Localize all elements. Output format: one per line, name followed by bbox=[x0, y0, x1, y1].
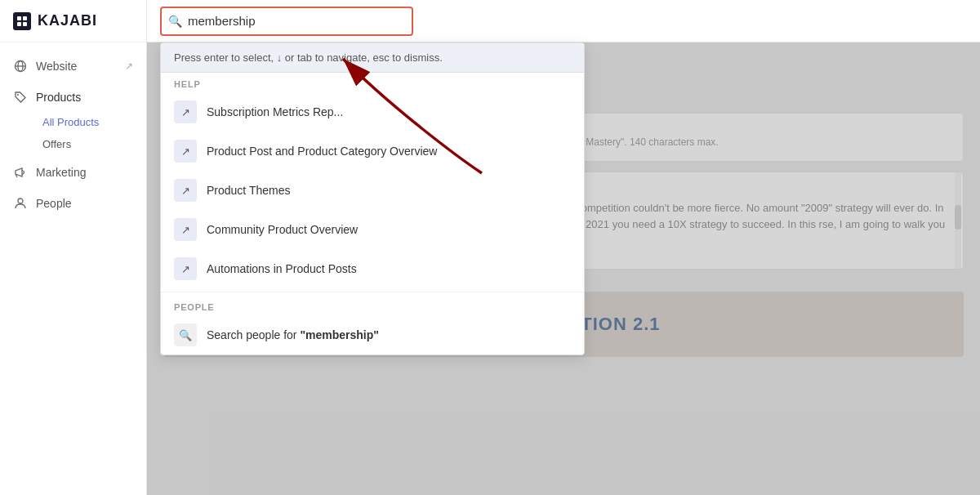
main-area: 🔍 Press enter to select, ↓ or tab to nav… bbox=[147, 0, 980, 495]
sidebar-item-website-label: Website bbox=[36, 60, 77, 73]
sidebar-item-marketing[interactable]: Marketing bbox=[0, 158, 146, 186]
sidebar-section-marketing: Marketing bbox=[0, 158, 146, 186]
dropdown-item-community-label: Community Product Overview bbox=[207, 223, 358, 236]
logo-text: KAJABI bbox=[38, 12, 97, 29]
search-people-prefix: Search people for bbox=[207, 328, 300, 341]
dropdown-divider bbox=[161, 292, 584, 292]
sidebar-nav: Website ↗ Products All Products Offers bbox=[0, 42, 146, 230]
sidebar-item-website[interactable]: Website ↗ bbox=[0, 52, 146, 80]
sidebar-item-products-label: Products bbox=[36, 91, 81, 104]
external-link-icon-2: ↗ bbox=[174, 140, 197, 163]
top-bar: 🔍 bbox=[147, 0, 980, 42]
globe-icon bbox=[13, 59, 28, 74]
search-input[interactable] bbox=[160, 7, 413, 36]
dropdown-item-themes-label: Product Themes bbox=[207, 184, 290, 197]
sidebar-section-people: People bbox=[0, 190, 146, 217]
search-people-icon: 🔍 bbox=[174, 323, 197, 346]
svg-rect-0 bbox=[17, 16, 21, 20]
sidebar-section-products: Products All Products Offers bbox=[0, 83, 146, 155]
svg-point-9 bbox=[18, 198, 23, 203]
external-link-icon-4: ↗ bbox=[174, 218, 197, 241]
dropdown-people-label: PEOPLE bbox=[161, 296, 584, 315]
sidebar-item-products[interactable]: Products bbox=[0, 83, 146, 111]
dropdown-people-search-text: Search people for "membership" bbox=[207, 328, 379, 341]
external-link-icon-1: ↗ bbox=[174, 100, 197, 123]
logo-icon bbox=[13, 12, 31, 30]
dropdown-item-community[interactable]: ↗ Community Product Overview bbox=[161, 210, 584, 249]
sidebar-item-marketing-label: Marketing bbox=[36, 166, 86, 179]
external-link-icon-3: ↗ bbox=[174, 179, 197, 202]
svg-rect-3 bbox=[23, 22, 27, 26]
dropdown-item-post-category-label: Product Post and Product Category Overvi… bbox=[207, 145, 437, 158]
dropdown-item-themes[interactable]: ↗ Product Themes bbox=[161, 171, 584, 210]
svg-point-7 bbox=[17, 94, 19, 96]
sidebar-sub-item-offers[interactable]: Offers bbox=[36, 133, 146, 155]
sidebar-sub-items: All Products Offers bbox=[0, 111, 146, 155]
dropdown-item-sub-metrics[interactable]: ↗ Subscription Metrics Rep... bbox=[161, 92, 584, 132]
dropdown-hint: Press enter to select, ↓ or tab to navig… bbox=[161, 43, 584, 73]
sidebar: KAJABI Website ↗ bbox=[0, 0, 147, 495]
svg-rect-2 bbox=[17, 22, 21, 26]
dropdown-people-search[interactable]: 🔍 Search people for "membership" bbox=[161, 315, 584, 355]
external-link-icon: ↗ bbox=[125, 60, 133, 72]
marketing-icon bbox=[13, 165, 28, 180]
tag-icon bbox=[13, 90, 28, 105]
dropdown-item-sub-metrics-label: Subscription Metrics Rep... bbox=[207, 105, 343, 118]
search-dropdown: Press enter to select, ↓ or tab to navig… bbox=[160, 42, 585, 355]
search-box-wrapper: 🔍 bbox=[160, 7, 413, 36]
person-icon bbox=[13, 196, 28, 211]
external-link-icon-5: ↗ bbox=[174, 257, 197, 280]
dropdown-item-automations-label: Automations in Product Posts bbox=[207, 262, 357, 275]
sidebar-sub-item-all-products[interactable]: All Products bbox=[36, 111, 146, 133]
sidebar-item-people-label: People bbox=[36, 197, 72, 210]
search-people-query: "membership" bbox=[300, 328, 379, 341]
dropdown-help-label: HELP bbox=[161, 73, 584, 92]
svg-rect-1 bbox=[23, 16, 27, 20]
sidebar-section-website: Website ↗ bbox=[0, 52, 146, 80]
sidebar-item-people[interactable]: People bbox=[0, 190, 146, 217]
dropdown-item-automations[interactable]: ↗ Automations in Product Posts bbox=[161, 249, 584, 288]
search-icon: 🔍 bbox=[168, 15, 182, 28]
dropdown-item-post-category[interactable]: ↗ Product Post and Product Category Over… bbox=[161, 132, 584, 171]
app-logo: KAJABI bbox=[0, 0, 146, 42]
